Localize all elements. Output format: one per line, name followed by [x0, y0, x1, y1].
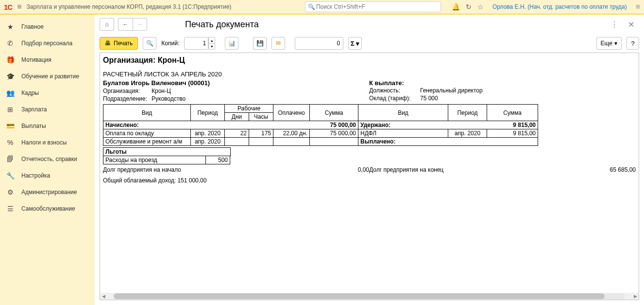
- accrued-total: 75 000,00: [310, 121, 358, 129]
- accrued-label: Начислено:: [103, 121, 191, 129]
- table-row: Расходы на проезд 500: [103, 156, 230, 164]
- sum-button[interactable]: Σ ▾: [348, 37, 362, 50]
- sidebar-item-salary[interactable]: ⊞Зарплата: [0, 101, 95, 118]
- sidebar-item-recruit[interactable]: ✆Подбор персонала: [0, 35, 95, 52]
- help-button[interactable]: ?: [627, 37, 639, 50]
- sidebar-item-label: Администрирование: [21, 189, 77, 196]
- sidebar-item-label: Самообслуживание: [21, 205, 75, 212]
- slip-title: РАСЧЕТНЫЙ ЛИСТОК ЗА АПРЕЛЬ 2020: [103, 71, 636, 78]
- sidebar-item-label: Зарплата: [21, 106, 47, 113]
- sidebar-item-label: Главное: [21, 23, 44, 30]
- org-title: Организация: Крон-Ц: [103, 56, 636, 65]
- sidebar-item-training[interactable]: 🎓Обучение и развитие: [0, 68, 95, 85]
- debt-start-label: Долг предприятия на начало: [103, 166, 321, 173]
- benefits-table: Льготы: [103, 147, 231, 156]
- graduate-icon: 🎓: [6, 72, 15, 80]
- sidebar-item-payments[interactable]: 💳Выплаты: [0, 118, 95, 134]
- printer-icon: 🖶: [105, 40, 111, 47]
- copies-up[interactable]: ▲: [208, 37, 215, 43]
- scroll-thumb[interactable]: [114, 293, 605, 299]
- document: Организация: Крон-Ц РАСЧЕТНЫЙ ЛИСТОК ЗА …: [100, 53, 639, 194]
- sidebar-item-label: Налоги и взносы: [21, 139, 67, 146]
- forward-button[interactable]: →: [133, 18, 147, 31]
- sidebar-item-label: Мотивация: [21, 56, 51, 63]
- sidebar-item-selfservice[interactable]: ☰Самообслуживание: [0, 200, 95, 217]
- scroll-right-icon[interactable]: ▶: [632, 294, 639, 299]
- home-button[interactable]: ⌂: [100, 18, 114, 31]
- col-vid: Вид: [103, 105, 191, 121]
- table-row: Обслуживание и ремонт а/м апр. 2020 Выпл…: [103, 138, 538, 146]
- search-input[interactable]: [305, 1, 441, 12]
- sidebar-item-motivation[interactable]: 🎁Мотивация: [0, 52, 95, 68]
- sidebar-item-label: Настройка: [21, 172, 50, 179]
- salary-value: 75 000: [420, 94, 438, 102]
- bell-icon[interactable]: 🔔: [452, 3, 460, 11]
- sidebar: ★Главное ✆Подбор персонала 🎁Мотивация 🎓О…: [0, 15, 95, 305]
- gift-icon: 🎁: [6, 56, 15, 64]
- sidebar-item-reports[interactable]: 🗐Отчетность, справки: [0, 151, 95, 167]
- save-button[interactable]: 💾: [253, 37, 267, 50]
- pay-label: К выплате:: [369, 79, 636, 87]
- withheld-total: 9 815,00: [487, 121, 538, 129]
- payslip-table: Вид Период Рабочие Оплачено Сумма Вид Пе…: [103, 104, 538, 146]
- sidebar-item-taxes[interactable]: %Налоги и взносы: [0, 134, 95, 151]
- org-label: Организация:: [103, 87, 152, 95]
- user-label[interactable]: Орлова Е.Н. (Нач. отд. расчетов по оплат…: [492, 3, 627, 10]
- col-period2: Период: [448, 105, 487, 121]
- total-income: Общий облагаемый доход: 151 000,00: [103, 177, 636, 184]
- sum-input[interactable]: [295, 37, 343, 50]
- sidebar-item-hr[interactable]: 👥Кадры: [0, 85, 95, 101]
- star-filled-icon: ★: [6, 23, 15, 31]
- main: ⌂ ← → Печать документа ⋮ ✕ 🖶 Печать 🔍 Ко…: [95, 15, 644, 305]
- copies-input[interactable]: [184, 37, 208, 50]
- sidebar-item-main[interactable]: ★Главное: [0, 18, 95, 35]
- print-button[interactable]: 🖶 Печать: [100, 37, 138, 50]
- sidebar-item-admin[interactable]: ⚙Администрирование: [0, 184, 95, 200]
- col-summa2: Сумма: [487, 105, 538, 121]
- preview-button[interactable]: 🔍: [143, 37, 156, 50]
- page-head: ⌂ ← → Печать документа ⋮ ✕: [95, 15, 644, 34]
- list-icon: ☰: [6, 205, 15, 213]
- page-title: Печать документа: [185, 19, 259, 30]
- col-summa: Сумма: [310, 105, 358, 121]
- document-viewport[interactable]: Организация: Крон-Ц РАСЧЕТНЫЙ ЛИСТОК ЗА …: [100, 53, 639, 300]
- gear-icon: ⚙: [6, 188, 15, 196]
- sidebar-item-label: Обучение и развитие: [21, 73, 79, 80]
- horizontal-scrollbar[interactable]: ◀ ▶: [100, 293, 639, 300]
- search-wrap: 🔍: [305, 1, 441, 12]
- sidebar-item-settings[interactable]: 🔧Настройка: [0, 167, 95, 184]
- email-button[interactable]: ✉: [271, 37, 285, 50]
- search-icon: 🔍: [308, 3, 315, 10]
- col-period: Период: [191, 105, 225, 121]
- calc-icon: ⊞: [6, 106, 15, 113]
- more-button[interactable]: Еще▾: [596, 37, 622, 50]
- wrench-icon: 🔧: [6, 172, 15, 179]
- col-vid2: Вид: [358, 105, 448, 121]
- debt-end-value: 65 685,00: [577, 166, 636, 173]
- export-button[interactable]: 📊: [225, 37, 238, 50]
- debt-line: Долг предприятия на начало 0,00 Долг пре…: [103, 166, 636, 173]
- sidebar-item-label: Кадры: [21, 90, 39, 96]
- document-icon: 🗐: [6, 155, 15, 163]
- window-settings-icon[interactable]: ≡: [636, 2, 640, 11]
- table-row: Оплата по окладу апр. 2020 22 175 22,00 …: [103, 129, 538, 138]
- benefits-rows: Расходы на проезд 500: [103, 156, 230, 164]
- position-label: Должность:: [369, 87, 420, 94]
- menu-icon[interactable]: ≡: [17, 2, 21, 11]
- kebab-icon[interactable]: ⋮: [610, 20, 618, 29]
- topbar: 1C ≡ Зарплата и управление персоналом КО…: [0, 0, 644, 15]
- logo-1c: 1C: [4, 3, 12, 11]
- star-icon[interactable]: ☆: [477, 3, 484, 11]
- copies-down[interactable]: ▼: [208, 43, 215, 50]
- benefits-label: Льготы: [103, 148, 231, 156]
- copies-label: Копий:: [161, 40, 179, 47]
- org-value: Крон-Ц: [152, 87, 171, 95]
- dept-label: Подразделение:: [103, 95, 152, 103]
- history-icon[interactable]: ↻: [466, 3, 472, 11]
- phone-icon: ✆: [6, 39, 15, 47]
- close-icon[interactable]: ✕: [628, 20, 634, 29]
- print-label: Печать: [114, 40, 133, 47]
- position-value: Генеральный директор: [420, 87, 483, 94]
- back-button[interactable]: ←: [118, 18, 133, 31]
- scroll-left-icon[interactable]: ◀: [100, 294, 107, 299]
